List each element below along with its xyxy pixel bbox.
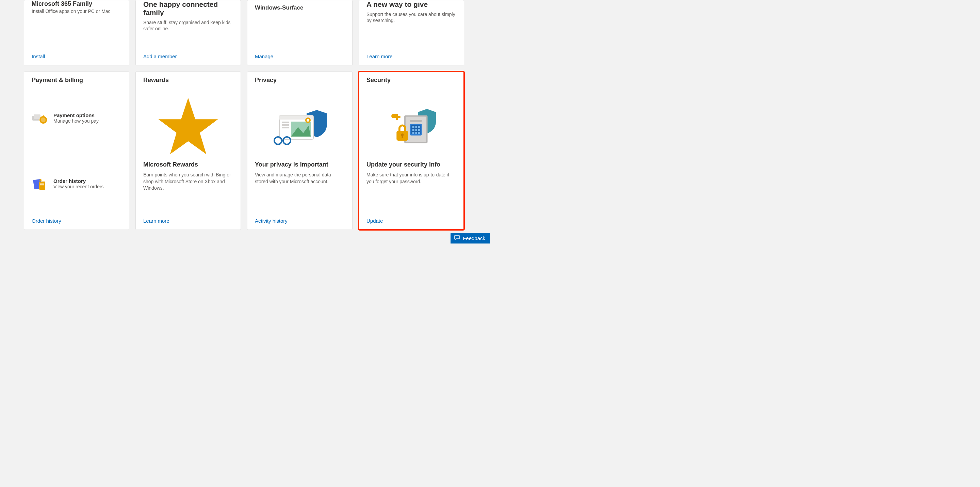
item-title: Order history — [53, 178, 104, 184]
svg-rect-15 — [282, 124, 289, 126]
card-text: Make sure that your info is up-to-date i… — [366, 172, 456, 185]
svg-point-3 — [41, 118, 46, 122]
svg-rect-37 — [418, 132, 420, 134]
payment-options-icon — [32, 112, 48, 126]
card-title: Windows-Surface — [255, 5, 345, 11]
card-m365-family: Microsoft 365 Family Install Office apps… — [24, 0, 129, 65]
svg-rect-16 — [282, 127, 289, 128]
card-title: One happy connected family — [143, 0, 233, 17]
card-subtitle: Install Office apps on your PC or Mac — [32, 8, 121, 14]
svg-marker-11 — [159, 98, 218, 154]
svg-rect-4 — [43, 115, 43, 117]
item-sub: Manage how you pay — [53, 118, 99, 124]
svg-rect-26 — [410, 120, 422, 122]
svg-rect-1 — [34, 115, 40, 119]
svg-rect-14 — [282, 121, 289, 123]
payment-options-item[interactable]: Payment options Manage how you pay — [32, 112, 121, 126]
card-family: One happy connected family Share stuff, … — [135, 0, 241, 65]
svg-rect-9 — [40, 184, 44, 185]
svg-rect-8 — [40, 183, 44, 184]
svg-point-20 — [307, 119, 309, 121]
order-history-item[interactable]: Order history View your recent orders — [32, 178, 121, 192]
svg-rect-33 — [415, 129, 417, 131]
card-title: Microsoft 365 Family — [32, 0, 121, 8]
svg-rect-40 — [402, 136, 403, 138]
security-update-link[interactable]: Update — [366, 218, 383, 224]
card-rewards: Rewards Microsoft Rewards Earn points wh… — [135, 72, 241, 230]
order-history-icon — [32, 178, 48, 192]
svg-rect-32 — [412, 129, 414, 131]
order-history-link[interactable]: Order history — [32, 218, 61, 224]
item-title: Payment options — [53, 112, 99, 118]
card-title: Your privacy is important — [255, 161, 345, 168]
card-subtitle: Share stuff, stay organised and keep kid… — [143, 19, 233, 32]
card-give: A new way to give Support the causes you… — [359, 0, 464, 65]
card-title: Update your security info — [366, 161, 456, 168]
card-title: Microsoft Rewards — [143, 161, 233, 168]
svg-rect-29 — [412, 126, 414, 128]
manage-link[interactable]: Manage — [255, 53, 273, 59]
security-illustration-icon — [366, 93, 456, 161]
card-windows-surface: Windows-Surface Manage — [247, 0, 353, 65]
activity-history-link[interactable]: Activity history — [255, 218, 288, 224]
feedback-icon — [454, 235, 460, 241]
card-payment-billing: Payment & billing Payment options Manage… — [24, 72, 129, 230]
svg-rect-31 — [418, 126, 420, 128]
add-member-link[interactable]: Add a member — [143, 53, 177, 59]
feedback-label: Feedback — [463, 235, 485, 241]
card-header: Payment & billing — [24, 72, 129, 88]
card-header: Privacy — [247, 72, 352, 88]
svg-rect-30 — [415, 126, 417, 128]
privacy-illustration-icon — [255, 93, 345, 161]
card-header: Rewards — [136, 72, 240, 88]
card-privacy: Privacy — [247, 72, 353, 230]
svg-rect-34 — [418, 129, 420, 131]
card-subtitle: Support the causes you care about simply… — [366, 11, 456, 24]
card-text: View and manage the personal data stored… — [255, 172, 345, 185]
card-security: Security — [359, 72, 464, 230]
feedback-button[interactable]: Feedback — [450, 233, 490, 244]
learn-more-link[interactable]: Learn more — [366, 53, 393, 59]
svg-rect-35 — [412, 132, 414, 134]
card-text: Earn points when you search with Bing or… — [143, 172, 233, 192]
svg-point-21 — [274, 137, 282, 144]
rewards-learn-more-link[interactable]: Learn more — [143, 218, 169, 224]
install-link[interactable]: Install — [32, 53, 45, 59]
svg-rect-36 — [415, 132, 417, 134]
rewards-star-icon — [143, 93, 233, 161]
card-header: Security — [359, 72, 464, 88]
svg-rect-10 — [40, 185, 44, 186]
svg-point-6 — [40, 179, 41, 181]
card-title: A new way to give — [366, 0, 456, 8]
item-sub: View your recent orders — [53, 184, 104, 189]
